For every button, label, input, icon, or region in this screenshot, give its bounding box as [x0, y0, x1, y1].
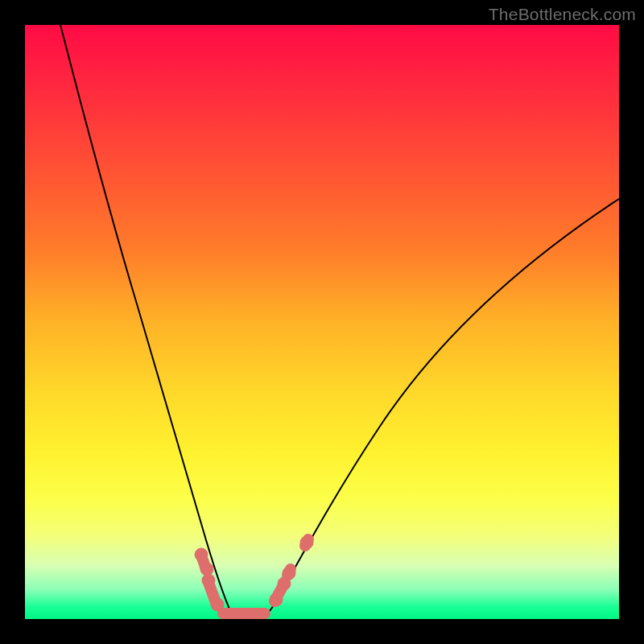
curve-layer [25, 25, 619, 619]
marker-dot [195, 548, 208, 561]
bottleneck-curve [60, 25, 619, 618]
marker-dot [200, 563, 213, 576]
watermark-text: TheBottleneck.com [489, 5, 636, 24]
plot-area [25, 25, 619, 619]
marker-dot [283, 567, 295, 580]
chart-frame: TheBottleneck.com [0, 0, 644, 644]
marker-dot [211, 598, 224, 611]
marker-dot [270, 593, 283, 606]
marker-dot [202, 574, 215, 587]
marker-dot [300, 536, 313, 549]
